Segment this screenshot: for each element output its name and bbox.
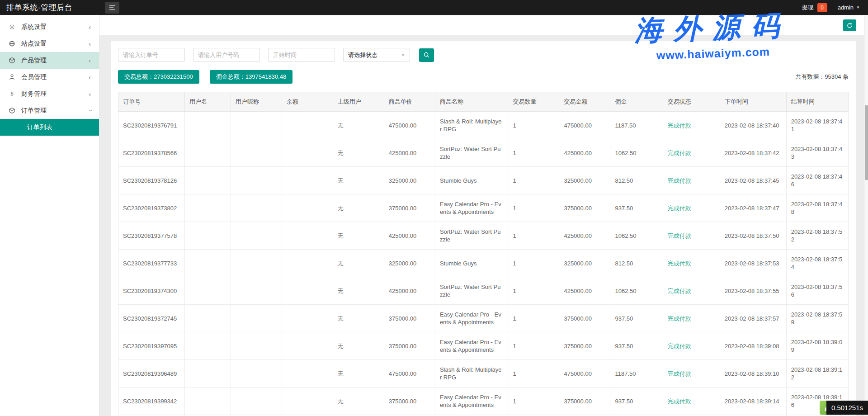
- cell-nickname: [231, 167, 282, 194]
- page-load-time-badge: 0.501251s: [826, 401, 868, 415]
- cell-status: 完成付款: [663, 194, 720, 222]
- search-button[interactable]: [419, 48, 434, 62]
- withdraw-menu[interactable]: 提现 0: [802, 3, 827, 12]
- sidebar-item-member-manage[interactable]: 会员管理‹: [0, 69, 99, 85]
- cell-product-name: Easy Calendar Pro - Events & Appointment…: [435, 332, 508, 360]
- dollar-icon: [8, 90, 15, 98]
- cell-parent-user: 无: [333, 305, 384, 332]
- sidebar-subitem-order-list[interactable]: 订单列表: [0, 119, 99, 136]
- cell-quantity: 1: [508, 250, 559, 277]
- cell-quantity: 1: [508, 112, 559, 139]
- cell-settle-time: 2023-02-08 18:37:54: [786, 250, 848, 277]
- search-icon: [423, 52, 430, 58]
- cell-quantity: 1: [508, 167, 559, 194]
- cell-settle-time: 2023-02-08 18:37:48: [786, 194, 848, 222]
- cell-order-time: 2023-02-08 18:37:57: [720, 305, 786, 332]
- sidebar-toggle-button[interactable]: [105, 2, 119, 14]
- cell-unit-price: 375000.00: [384, 194, 435, 222]
- col-header-parent-user: 上级用户: [333, 92, 384, 112]
- cell-nickname: [231, 305, 282, 332]
- sidebar-item-product-manage[interactable]: 产品管理‹: [0, 52, 99, 69]
- cell-balance: [282, 139, 333, 167]
- chevron-collapsed-icon: ‹: [89, 40, 91, 47]
- cell-parent-user: 无: [333, 194, 384, 222]
- col-header-quantity: 交易数量: [508, 92, 559, 112]
- cell-nickname: [231, 194, 282, 222]
- cell-balance: [282, 277, 333, 305]
- cell-commission: 812.50: [610, 250, 663, 277]
- cell-username: [184, 167, 231, 194]
- cell-username: [184, 139, 231, 167]
- cell-order-no: SC23020819376791: [118, 112, 185, 139]
- sidebar-item-label: 订单管理: [21, 107, 47, 115]
- chevron-expanded-icon: ‹: [86, 109, 93, 112]
- cell-quantity: 1: [508, 139, 559, 167]
- cell-order-no: SC23020819377578: [118, 222, 185, 250]
- sidebar-item-site-settings[interactable]: 站点设置‹: [0, 35, 99, 52]
- cell-amount: 425000.00: [559, 277, 610, 305]
- table-row: SC23020819397095无375000.00Easy Calendar …: [118, 332, 849, 360]
- table-row: SC23020819374300无425000.00SortPuz: Water…: [118, 277, 849, 305]
- cell-commission: 812.50: [610, 167, 663, 194]
- withdraw-label: 提现: [802, 4, 814, 12]
- cell-username: [184, 222, 231, 250]
- user-no-input[interactable]: [193, 48, 260, 62]
- cell-amount: 375000.00: [559, 305, 610, 332]
- chevron-collapsed-icon: ‹: [89, 90, 91, 97]
- cell-product-name: SortPuz: Water Sort Puzzle: [435, 139, 508, 167]
- chevron-collapsed-icon: ‹: [89, 24, 91, 30]
- cell-status: 完成付款: [663, 250, 720, 277]
- cell-order-no: SC23020819399342: [118, 388, 185, 415]
- user-dropdown[interactable]: admin ▼: [838, 4, 860, 11]
- cell-status: 完成付款: [663, 305, 720, 332]
- cell-settle-time: 2023-02-08 18:37:56: [786, 277, 848, 305]
- cell-quantity: 1: [508, 277, 559, 305]
- sidebar-item-label: 系统设置: [21, 23, 47, 31]
- trade-total-badge: 交易总额：273032231500: [118, 70, 199, 84]
- sidebar-item-order-manage[interactable]: 订单管理‹: [0, 102, 99, 119]
- cell-balance: [282, 360, 333, 388]
- cell-parent-user: 无: [333, 139, 384, 167]
- withdraw-count-badge: 0: [817, 3, 827, 12]
- sidebar-item-finance-manage[interactable]: 财务管理‹: [0, 85, 99, 102]
- cell-status: 完成付款: [663, 360, 720, 388]
- cell-balance: [282, 194, 333, 222]
- cell-quantity: 1: [508, 388, 559, 415]
- cell-nickname: [231, 388, 282, 415]
- sidebar-item-system-settings[interactable]: 系统设置‹: [0, 19, 99, 35]
- table-row: SC23020819376791无475000.00Slash & Roll: …: [118, 112, 849, 139]
- cell-unit-price: 475000.00: [384, 360, 435, 388]
- refresh-button[interactable]: [843, 19, 856, 31]
- cell-balance: [282, 222, 333, 250]
- col-header-username: 用户名: [184, 92, 231, 112]
- table-row: SC23020819399342无375000.00Easy Calendar …: [118, 388, 849, 415]
- scrollbar[interactable]: [864, 15, 868, 416]
- cell-settle-time: 2023-02-08 18:39:09: [786, 332, 848, 360]
- cell-parent-user: 无: [333, 112, 384, 139]
- summary-bar: 交易总额：273032231500 佣金总额：1397541830.48 共有数…: [118, 70, 849, 84]
- cell-settle-time: 2023-02-08 18:37:46: [786, 167, 848, 194]
- col-header-balance: 余额: [282, 92, 333, 112]
- col-header-status: 交易状态: [663, 92, 720, 112]
- hamburger-icon: [108, 4, 116, 11]
- cell-quantity: 1: [508, 360, 559, 388]
- table-row: SC23020819372745无375000.00Easy Calendar …: [118, 305, 849, 332]
- cell-parent-user: 无: [333, 332, 384, 360]
- cell-status: 完成付款: [663, 139, 720, 167]
- cell-status: 完成付款: [663, 222, 720, 250]
- status-select[interactable]: 请选择状态 ▼: [343, 48, 410, 62]
- cell-product-name: Easy Calendar Pro - Events & Appointment…: [435, 388, 508, 415]
- order-no-input[interactable]: [118, 48, 185, 62]
- cell-commission: 1187.50: [610, 360, 663, 388]
- cell-balance: [282, 305, 333, 332]
- start-time-input[interactable]: [268, 48, 335, 62]
- cell-username: [184, 112, 231, 139]
- cell-unit-price: 375000.00: [384, 332, 435, 360]
- person-icon: [8, 74, 15, 81]
- cell-nickname: [231, 222, 282, 250]
- cell-order-no: SC23020819396489: [118, 360, 185, 388]
- chevron-down-icon: ▼: [401, 53, 405, 57]
- scrollbar-thumb[interactable]: [865, 105, 868, 180]
- cell-order-time: 2023-02-08 18:37:50: [720, 222, 786, 250]
- table-row: SC23020819396489无475000.00Slash & Roll: …: [118, 360, 849, 388]
